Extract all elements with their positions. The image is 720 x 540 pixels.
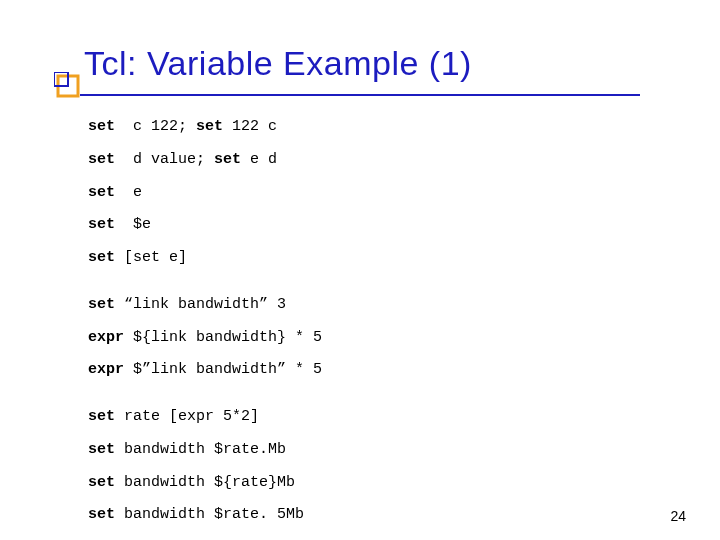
code-text: e	[115, 184, 142, 201]
code-line: set $e	[88, 216, 648, 235]
keyword: set	[88, 249, 115, 266]
keyword: expr	[88, 329, 124, 346]
spacer	[88, 380, 648, 394]
code-line: set bandwidth $rate.Mb	[88, 441, 648, 460]
keyword: set	[88, 474, 115, 491]
keyword: set	[88, 296, 115, 313]
slide-title: Tcl: Variable Example (1)	[84, 44, 472, 83]
slide: { "title": "Tcl: Variable Example (1)", …	[0, 0, 720, 540]
keyword: set	[88, 408, 115, 425]
spacer	[88, 394, 648, 408]
code-line: set rate [expr 5*2]	[88, 408, 648, 427]
spacer	[88, 137, 648, 151]
title-underline	[80, 94, 640, 96]
spacer	[88, 202, 648, 216]
keyword: set	[88, 441, 115, 458]
keyword: set	[88, 118, 115, 135]
spacer	[88, 268, 648, 282]
code-text: rate [expr 5*2]	[115, 408, 259, 425]
spacer	[88, 235, 648, 249]
spacer	[88, 492, 648, 506]
spacer	[88, 460, 648, 474]
keyword: expr	[88, 361, 124, 378]
code-text: “link bandwidth” 3	[115, 296, 286, 313]
spacer	[88, 170, 648, 184]
code-line: set bandwidth ${rate}Mb	[88, 474, 648, 493]
page-number: 24	[670, 508, 686, 524]
keyword: set	[214, 151, 241, 168]
code-line: set e	[88, 184, 648, 203]
code-line: expr $”link bandwidth” * 5	[88, 361, 648, 380]
code-text: bandwidth $rate. 5Mb	[115, 506, 304, 523]
code-text: e d	[241, 151, 277, 168]
code-line: set d value; set e d	[88, 151, 648, 170]
code-line: set c 122; set 122 c	[88, 118, 648, 137]
keyword: set	[88, 216, 115, 233]
code-text: $e	[115, 216, 151, 233]
spacer	[88, 282, 648, 296]
square-icon	[54, 72, 82, 100]
code-line: set bandwidth $rate. 5Mb	[88, 506, 648, 525]
code-line: expr ${link bandwidth} * 5	[88, 329, 648, 348]
code-text: 122 c	[223, 118, 277, 135]
spacer	[88, 427, 648, 441]
corner-decoration	[54, 72, 82, 100]
code-text: [set e]	[115, 249, 187, 266]
code-line: set “link bandwidth” 3	[88, 296, 648, 315]
code-text: d value;	[115, 151, 214, 168]
code-text: ${link bandwidth} * 5	[124, 329, 322, 346]
svg-rect-1	[54, 72, 68, 86]
spacer	[88, 315, 648, 329]
code-text: c 122;	[115, 118, 196, 135]
code-text: bandwidth $rate.Mb	[115, 441, 286, 458]
keyword: set	[88, 151, 115, 168]
code-line: set [set e]	[88, 249, 648, 268]
keyword: set	[88, 506, 115, 523]
slide-body: set c 122; set 122 c set d value; set e …	[88, 118, 648, 525]
code-text: bandwidth ${rate}Mb	[115, 474, 295, 491]
keyword: set	[196, 118, 223, 135]
spacer	[88, 347, 648, 361]
keyword: set	[88, 184, 115, 201]
code-text: $”link bandwidth” * 5	[124, 361, 322, 378]
